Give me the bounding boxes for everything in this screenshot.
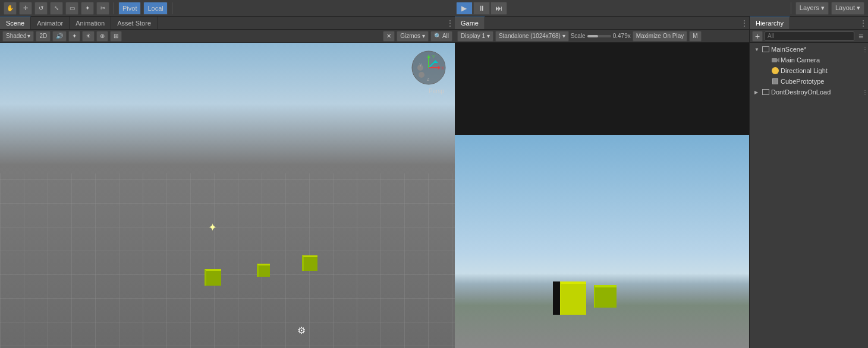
tab-game[interactable]: Game [455,17,485,29]
2d-button[interactable]: 2D [36,31,51,42]
scene-tab-label: Scene [6,20,24,27]
dontdestroy-menu[interactable]: ⋮ [862,89,868,96]
scene-gizmo[interactable]: Z Y X Y [411,50,446,86]
expand-arrow-dontdestroy: ▶ [754,90,760,95]
local-button[interactable]: Local [143,2,167,15]
scale-control: Scale 0.479x [571,33,631,39]
game-toolbar: Display 1 ▾ Standalone (1024x768) ▾ Scal… [455,30,749,43]
mainscene-label: MainScene* [771,46,806,53]
scale-value: 0.479x [613,33,631,39]
game-cube-black [553,281,560,315]
hierarchy-search-input[interactable] [765,31,854,41]
svg-text:X: X [441,66,444,70]
svg-point-7 [419,72,424,78]
game-render-area [455,135,749,348]
play-controls: ▶ ⏸ ⏭ [456,2,507,15]
expand-arrow-mainscene: ▼ [754,47,760,52]
play-button[interactable]: ▶ [456,2,473,15]
tab-animation[interactable]: Animation [70,17,111,29]
scene-view: Z Y X Y Persp ✦ ⚙ [0,43,455,348]
asset-store-tab-label: Asset Store [117,20,151,27]
scene-background [0,43,455,348]
display-dropdown[interactable]: Display 1 ▾ [457,31,493,42]
hand-tool[interactable]: ✋ [4,2,17,15]
tab-asset-store[interactable]: Asset Store [111,17,158,29]
hierarchy-search-menu[interactable]: ≡ [856,31,866,41]
game-panel-menu[interactable]: ⋮ [740,17,749,29]
scene-lighting-button[interactable]: ☀ [82,31,95,42]
svg-text:Z: Z [427,77,430,81]
fx-button[interactable]: ✦ [68,31,80,42]
step-button[interactable]: ⏭ [490,2,507,15]
scale-tool[interactable]: ⤡ [50,2,63,15]
separator-2 [172,2,172,14]
scene-panel: Scene Animator Animation Asset Store ⋮ S… [0,17,455,348]
game-tab-label: Game [461,20,479,27]
scale-slider[interactable] [587,35,611,37]
grid-button[interactable]: ⊞ [110,31,122,42]
2d-label: 2D [39,33,47,39]
separator-3 [791,2,791,14]
svg-rect-13 [772,58,777,62]
directionallight-label: Directional Light [781,67,828,74]
layout-label: Layout ▾ [835,4,860,12]
hierarchy-panel-menu[interactable]: ⋮ [858,17,868,29]
local-label: Local [147,5,163,12]
game-hierarchy-row: Game ⋮ Display 1 ▾ Standalone (1024x768)… [455,17,868,348]
camera-icon [771,56,779,64]
audio-button[interactable]: 🔊 [52,31,67,42]
scene-extra-button[interactable]: ⊕ [96,31,108,42]
top-toolbar: ✋ ✛ ↺ ⤡ ▭ ✦ ✂ Pivot Local ▶ ⏸ ⏭ Layers ▾… [0,0,868,17]
hierarchy-item-mainscene[interactable]: ▼ MainScene* ⋮ [750,44,868,55]
cube-icon [771,77,779,86]
pivot-label: Pivot [122,5,137,12]
tab-scene[interactable]: Scene [0,17,31,29]
rotate-tool[interactable]: ↺ [34,2,48,15]
hierarchy-tab-bar: Hierarchy ⋮ [750,17,868,30]
hierarchy-add-button[interactable]: + [752,31,763,42]
layers-dropdown[interactable]: Layers ▾ [795,2,829,15]
layout-dropdown[interactable]: Layout ▾ [831,2,864,15]
scene-tab-bar: Scene Animator Animation Asset Store ⋮ [0,17,455,30]
shaded-arrow: ▾ [27,33,30,39]
custom-tool[interactable]: ✂ [96,2,109,15]
hierarchy-content: ▼ MainScene* ⋮ [750,43,868,348]
move-tool[interactable]: ✛ [19,2,32,15]
svg-marker-14 [777,58,779,62]
footprint-icon: ⚙ [297,325,306,336]
transform-tool[interactable]: ✦ [81,2,94,15]
search-bar[interactable]: 🔍 All [430,31,452,42]
hierarchy-item-cubeprototype[interactable]: CubePrototype [750,76,868,87]
hierarchy-item-maincamera[interactable]: Main Camera [750,55,868,65]
game-panel: Game ⋮ Display 1 ▾ Standalone (1024x768)… [455,17,749,348]
hierarchy-item-dontdestroy[interactable]: ▶ DontDestroyOnLoad ⋮ [750,87,868,97]
scene-panel-menu[interactable]: ⋮ [445,17,455,29]
tab-hierarchy[interactable]: Hierarchy [750,17,790,29]
game-view [455,43,749,348]
tab-animator[interactable]: Animator [31,17,70,29]
scene-cube-3 [302,255,317,271]
shaded-dropdown[interactable]: Shaded ▾ [2,31,34,42]
mute-button[interactable]: M [689,31,701,42]
maximize-label: Maximize On Play [636,33,684,39]
hierarchy-item-directionallight[interactable]: Directional Light [750,65,868,76]
game-cube-yellow [560,281,586,315]
rect-tool[interactable]: ▭ [65,2,78,15]
scene-close-btn[interactable]: ✕ [383,31,395,42]
maincamera-label: Main Camera [781,56,820,64]
pause-button[interactable]: ⏸ [473,2,490,15]
mute-label: M [693,33,697,39]
resolution-dropdown[interactable]: Standalone (1024x768) ▾ [495,31,569,42]
mainscene-menu[interactable]: ⋮ [862,46,868,53]
right-section: Game ⋮ Display 1 ▾ Standalone (1024x768)… [455,17,868,348]
game-cube-right-group [553,281,586,315]
search-label: All [442,33,449,39]
gizmos-dropdown[interactable]: Gizmos ▾ [397,31,429,42]
svg-text:Y: Y [419,63,422,67]
pivot-button[interactable]: Pivot [118,2,141,15]
directional-light-icon: ✦ [208,221,217,234]
animation-tab-label: Animation [76,20,105,27]
maximize-on-play-button[interactable]: Maximize On Play [633,31,688,42]
hierarchy-tab-label: Hierarchy [756,20,784,27]
display-label: Display 1 ▾ [461,33,490,39]
